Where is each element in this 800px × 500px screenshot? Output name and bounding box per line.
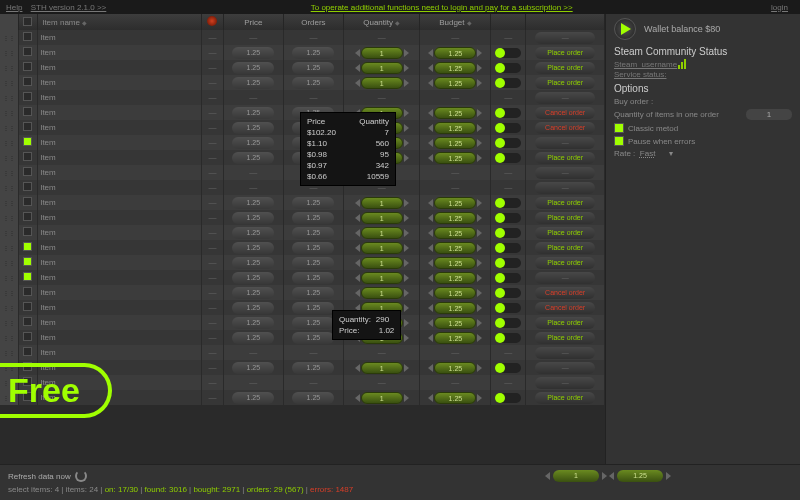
drag-handle[interactable]: ⋮⋮ bbox=[0, 195, 18, 210]
budget-decrement[interactable] bbox=[428, 229, 433, 237]
row-checkbox[interactable] bbox=[18, 270, 38, 285]
qty-decrement[interactable] bbox=[355, 334, 360, 342]
budget-decrement[interactable] bbox=[428, 139, 433, 147]
drag-handle[interactable]: ⋮⋮ bbox=[0, 120, 18, 135]
toggle-cell[interactable] bbox=[491, 225, 526, 240]
subscription-link[interactable]: To operate additional functions need to … bbox=[311, 3, 573, 12]
orders-cell[interactable]: — bbox=[283, 30, 343, 45]
qty-cell[interactable]: 1 bbox=[343, 255, 419, 270]
budget-cell[interactable]: — bbox=[420, 375, 491, 390]
item-name[interactable]: Item bbox=[38, 225, 202, 240]
row-checkbox[interactable] bbox=[18, 105, 38, 120]
orders-cell[interactable]: — bbox=[283, 165, 343, 180]
item-name[interactable]: Item bbox=[38, 75, 202, 90]
qty-cell[interactable]: 1 bbox=[343, 105, 419, 120]
item-name[interactable]: Item bbox=[38, 240, 202, 255]
action-cell[interactable]: Cancel order bbox=[526, 300, 605, 315]
qty-increment[interactable] bbox=[404, 199, 409, 207]
footer-arrow-right-2[interactable] bbox=[666, 472, 671, 480]
drag-handle[interactable]: ⋮⋮ bbox=[0, 345, 18, 360]
row-checkbox[interactable] bbox=[18, 195, 38, 210]
action-cell[interactable]: Place order bbox=[526, 255, 605, 270]
orders-cell[interactable]: 1.25 bbox=[283, 330, 343, 345]
col-budget[interactable]: Budget◆ bbox=[420, 14, 491, 30]
footer-arrow-left-2[interactable] bbox=[609, 472, 614, 480]
footer-qty-pill[interactable]: 1 bbox=[553, 470, 599, 482]
qty-decrement[interactable] bbox=[355, 124, 360, 132]
budget-increment[interactable] bbox=[477, 319, 482, 327]
orders-cell[interactable]: 1.25 bbox=[283, 120, 343, 135]
toggle-cell[interactable]: — bbox=[491, 345, 526, 360]
drag-handle[interactable]: ⋮⋮ bbox=[0, 75, 18, 90]
toggle-cell[interactable] bbox=[491, 285, 526, 300]
item-name[interactable]: Item bbox=[38, 300, 202, 315]
qty-cell[interactable]: 1 bbox=[343, 315, 419, 330]
toggle-cell[interactable] bbox=[491, 390, 526, 405]
qty-cell[interactable]: 1 bbox=[343, 330, 419, 345]
drag-handle[interactable]: ⋮⋮ bbox=[0, 270, 18, 285]
row-checkbox[interactable] bbox=[18, 180, 38, 195]
item-name[interactable]: Item bbox=[38, 195, 202, 210]
drag-handle[interactable]: ⋮⋮ bbox=[0, 180, 18, 195]
toggle-cell[interactable] bbox=[491, 105, 526, 120]
qty-decrement[interactable] bbox=[355, 319, 360, 327]
item-name[interactable]: Item bbox=[38, 210, 202, 225]
orders-cell[interactable]: — bbox=[283, 345, 343, 360]
footer-arrow-left-1[interactable] bbox=[545, 472, 550, 480]
action-cell[interactable]: Place order bbox=[526, 60, 605, 75]
action-cell[interactable]: Cancel order bbox=[526, 105, 605, 120]
price-cell[interactable]: 1.25 bbox=[223, 210, 283, 225]
orders-cell[interactable]: 1.25 bbox=[283, 390, 343, 405]
action-cell[interactable]: Place order bbox=[526, 240, 605, 255]
toggle-cell[interactable] bbox=[491, 300, 526, 315]
toggle-cell[interactable]: — bbox=[491, 180, 526, 195]
budget-cell[interactable]: — bbox=[420, 345, 491, 360]
price-cell[interactable]: 1.25 bbox=[223, 285, 283, 300]
toggle-cell[interactable]: — bbox=[491, 30, 526, 45]
qty-cell[interactable]: — bbox=[343, 165, 419, 180]
budget-cell[interactable]: 1.25 bbox=[420, 60, 491, 75]
budget-cell[interactable]: 1.25 bbox=[420, 225, 491, 240]
budget-increment[interactable] bbox=[477, 229, 482, 237]
item-name[interactable]: Item bbox=[38, 345, 202, 360]
price-cell[interactable]: 1.25 bbox=[223, 255, 283, 270]
qty-increment[interactable] bbox=[404, 154, 409, 162]
action-cell[interactable]: Cancel order bbox=[526, 120, 605, 135]
row-checkbox[interactable] bbox=[18, 225, 38, 240]
budget-cell[interactable]: — bbox=[420, 180, 491, 195]
toggle-cell[interactable] bbox=[491, 135, 526, 150]
price-cell[interactable]: 1.25 bbox=[223, 195, 283, 210]
qty-increment[interactable] bbox=[404, 274, 409, 282]
budget-cell[interactable]: 1.25 bbox=[420, 390, 491, 405]
qty-cell[interactable]: 1 bbox=[343, 75, 419, 90]
action-cell[interactable]: Place order bbox=[526, 210, 605, 225]
budget-cell[interactable]: 1.25 bbox=[420, 195, 491, 210]
budget-decrement[interactable] bbox=[428, 334, 433, 342]
toggle-cell[interactable] bbox=[491, 315, 526, 330]
budget-increment[interactable] bbox=[477, 394, 482, 402]
budget-increment[interactable] bbox=[477, 154, 482, 162]
item-name[interactable]: Item bbox=[38, 315, 202, 330]
item-name[interactable]: Item bbox=[38, 285, 202, 300]
qty-increment[interactable] bbox=[404, 334, 409, 342]
budget-decrement[interactable] bbox=[428, 244, 433, 252]
row-checkbox[interactable] bbox=[18, 30, 38, 45]
toggle-cell[interactable] bbox=[491, 210, 526, 225]
price-cell[interactable]: 1.25 bbox=[223, 300, 283, 315]
service-status-link[interactable]: Service status: bbox=[614, 70, 666, 79]
action-cell[interactable]: — bbox=[526, 360, 605, 375]
qty-increment[interactable] bbox=[404, 64, 409, 72]
row-checkbox[interactable] bbox=[18, 135, 38, 150]
item-name[interactable]: Item bbox=[38, 30, 202, 45]
row-checkbox[interactable] bbox=[18, 75, 38, 90]
orders-cell[interactable]: 1.25 bbox=[283, 270, 343, 285]
item-name[interactable]: Item bbox=[38, 165, 202, 180]
budget-decrement[interactable] bbox=[428, 124, 433, 132]
budget-increment[interactable] bbox=[477, 124, 482, 132]
row-checkbox[interactable] bbox=[18, 300, 38, 315]
item-name[interactable]: Item bbox=[38, 90, 202, 105]
budget-decrement[interactable] bbox=[428, 394, 433, 402]
row-checkbox[interactable] bbox=[18, 120, 38, 135]
col-select[interactable] bbox=[18, 14, 38, 30]
qty-cell[interactable]: — bbox=[343, 90, 419, 105]
